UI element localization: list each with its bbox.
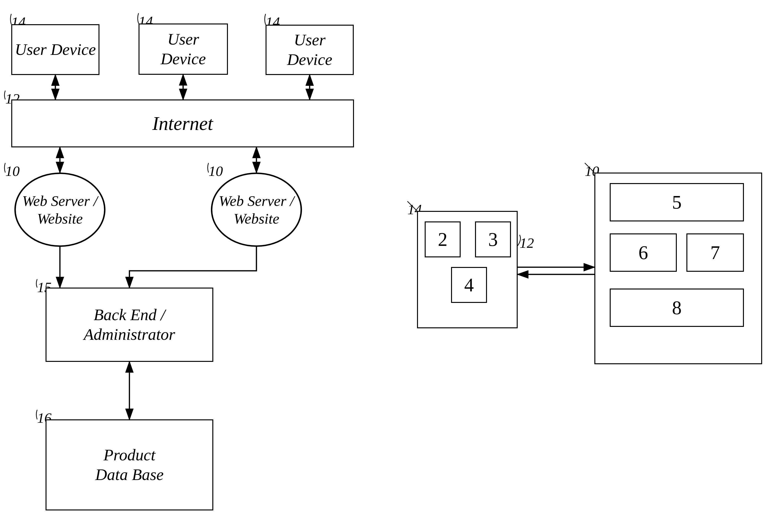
product-db-box: ProductData Base: [46, 419, 213, 510]
right-device-item-3: 3: [475, 221, 511, 257]
right-server-item-6: 6: [610, 233, 677, 272]
right-device-item-4: 4: [451, 267, 487, 303]
web-server-2: Web Server /Website: [211, 173, 302, 247]
right-server-outer: 5 6 7 8: [594, 173, 762, 364]
user-device-1: User Device: [11, 24, 99, 75]
diagram-container: 14 User Device 14 UserDevice 14 UserDevi…: [0, 0, 771, 532]
user-device-2: UserDevice: [139, 23, 228, 75]
internet-box: Internet: [11, 99, 354, 147]
ref-label-10-ws1: 10: [5, 163, 20, 179]
right-server-item-5: 5: [610, 183, 744, 221]
right-server-item-7: 7: [686, 233, 744, 272]
web-server-1: Web Server /Website: [14, 173, 105, 247]
ref-label-12-right-arrow: 12: [520, 235, 534, 251]
backend-box: Back End /Administrator: [46, 288, 213, 362]
user-device-3: UserDevice: [266, 25, 354, 75]
right-device-item-2: 2: [425, 221, 461, 257]
ref-label-10-ws2: 10: [209, 163, 223, 179]
right-server-item-8: 8: [610, 289, 744, 327]
right-device-outer: 2 3 4: [417, 211, 518, 328]
